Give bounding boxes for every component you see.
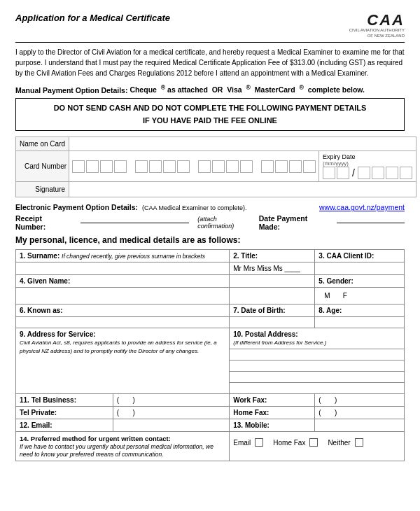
card-digit-10[interactable] xyxy=(212,160,225,173)
expiry-format: (mm/yyyy) xyxy=(323,160,412,167)
caa-client-id-label-cell: 3. CAA Client ID: xyxy=(315,250,405,262)
postal-address-cell: 10. Postal Address: (If different from A… xyxy=(230,328,405,349)
receipt-label: Receipt Number: xyxy=(15,214,72,231)
tel-private-input[interactable]: ( ) xyxy=(113,407,230,419)
main-form-table: 1. Surname: If changed recently, give pr… xyxy=(15,249,405,461)
title-options: Mr Mrs Miss Ms ____ xyxy=(233,265,300,272)
card-digit-9[interactable] xyxy=(198,160,211,173)
page-title: Application for a Medical Certificate xyxy=(15,13,170,23)
manual-payment-options: Cheque ® as attached OR Visa ® MasterCar… xyxy=(130,85,365,94)
card-group-1 xyxy=(72,160,127,173)
preferred-contact-options-cell: Email Home Fax Neither xyxy=(230,432,405,461)
expiry-y2[interactable] xyxy=(372,167,384,179)
known-as-input[interactable] xyxy=(16,317,230,328)
expiry-m1[interactable] xyxy=(323,167,335,179)
electronic-link[interactable]: www.caa.govt.nz/payment xyxy=(319,203,405,211)
card-number-label: Card Number xyxy=(16,151,69,182)
neither-option-label: Neither xyxy=(328,439,350,447)
card-digit-11[interactable] xyxy=(226,160,239,173)
card-digit-8[interactable] xyxy=(177,160,190,173)
gender-m[interactable]: M xyxy=(324,292,330,300)
expiry-y3[interactable] xyxy=(386,167,398,179)
address-row: 9. Address for Service: Civil Aviation A… xyxy=(16,328,405,349)
title-options-cell: Mr Mrs Miss Ms ____ xyxy=(230,262,315,275)
preferred-contact-label-cell: 14. Preferred method for urgent written … xyxy=(16,432,230,461)
known-as-label: 6. Known as: xyxy=(20,307,63,314)
receipt-number-field[interactable] xyxy=(80,214,189,223)
expiry-y1[interactable] xyxy=(358,167,370,179)
expiry-slash: / xyxy=(352,168,355,178)
home-fax-label: Home Fax: xyxy=(233,409,269,416)
postal-line-5[interactable] xyxy=(230,383,405,394)
card-digit-2[interactable] xyxy=(86,160,99,173)
postal-line-4[interactable] xyxy=(230,372,405,383)
postal-line-3[interactable] xyxy=(230,360,405,372)
neither-checkbox[interactable] xyxy=(355,438,363,447)
home-fax-option-box: Home Fax xyxy=(273,438,318,447)
gender-label: 5. Gender: xyxy=(318,277,353,285)
surname-input-row: Mr Mrs Miss Ms ____ xyxy=(16,262,405,275)
logo-box: CAA CIVIL AVIATION AUTHORITYOF NEW ZEALA… xyxy=(349,13,405,39)
address-service-cell: 9. Address for Service: Civil Aviation A… xyxy=(16,328,230,394)
date-payment-field[interactable] xyxy=(337,214,405,223)
postal-address-label: 10. Postal Address: xyxy=(233,330,298,338)
caa-client-id-label: 3. CAA Client ID: xyxy=(318,252,374,260)
email-checkbox[interactable] xyxy=(255,438,263,447)
preferred-contact-label: 14. Preferred method for urgent written … xyxy=(20,435,171,442)
signature-row: Signature xyxy=(16,182,416,197)
notice-box: DO NOT SEND CASH AND DO NOT COMPLETE THE… xyxy=(15,98,405,131)
personal-heading: My personal, licence, and medical detail… xyxy=(15,235,405,245)
notice-line2: IF YOU HAVE PAID THE FEE ONLINE xyxy=(143,116,277,125)
gender-label-cell: 5. Gender: xyxy=(315,275,405,288)
preferred-options: Email Home Fax Neither xyxy=(233,434,400,447)
dob-input[interactable] xyxy=(230,317,315,328)
tel-business-label-cell: 11. Tel Business: xyxy=(16,394,113,407)
card-number-boxes xyxy=(72,160,316,173)
expiry-m2[interactable] xyxy=(337,167,349,179)
manual-payment-label: Manual Payment Option Details: xyxy=(15,85,127,94)
postal-line-2[interactable] xyxy=(230,349,405,360)
payment-form-table: Name on Card Card Number xyxy=(15,136,416,197)
name-on-card-label: Name on Card xyxy=(16,137,69,151)
email-mobile-row: 12. Email: 13. Mobile: xyxy=(16,419,405,432)
known-as-cell: 6. Known as: xyxy=(16,304,230,317)
card-digit-14[interactable] xyxy=(275,160,288,173)
home-fax-option-label: Home Fax xyxy=(273,439,305,447)
home-fax-checkbox[interactable] xyxy=(309,438,318,447)
gender-options-cell: M F xyxy=(315,288,405,304)
electronic-payment-section: Electronic Payment Option Details: (CAA … xyxy=(15,203,405,211)
card-digit-6[interactable] xyxy=(149,160,162,173)
email-input[interactable] xyxy=(113,419,230,432)
expiry-y4[interactable] xyxy=(400,167,412,179)
gender-empty xyxy=(230,275,315,288)
preferred-contact-row: 14. Preferred method for urgent written … xyxy=(16,432,405,461)
card-digit-12[interactable] xyxy=(240,160,253,173)
card-digit-4[interactable] xyxy=(114,160,127,173)
card-digit-13[interactable] xyxy=(261,160,274,173)
surname-input[interactable] xyxy=(16,262,230,275)
card-digit-16[interactable] xyxy=(303,160,316,173)
card-digit-3[interactable] xyxy=(100,160,113,173)
home-fax-input[interactable]: ( ) xyxy=(315,407,405,419)
tel-business-input[interactable]: ( ) xyxy=(113,394,230,407)
email-option-box: Email xyxy=(233,438,263,447)
card-digit-7[interactable] xyxy=(163,160,176,173)
age-input[interactable] xyxy=(315,317,405,328)
signature-label: Signature xyxy=(16,182,69,197)
given-name-input[interactable] xyxy=(16,288,230,304)
card-digit-1[interactable] xyxy=(72,160,85,173)
gender-f[interactable]: F xyxy=(343,292,347,300)
signature-field[interactable] xyxy=(69,182,416,197)
name-on-card-field[interactable] xyxy=(69,137,416,151)
mobile-input[interactable] xyxy=(315,419,405,432)
card-digit-15[interactable] xyxy=(289,160,302,173)
surname-sub: If changed recently, give previous surna… xyxy=(62,253,205,260)
card-number-field[interactable] xyxy=(69,151,319,182)
work-fax-input[interactable]: ( ) xyxy=(315,394,405,407)
known-as-input-row xyxy=(16,317,405,328)
gender-empty-2 xyxy=(230,288,315,304)
card-digit-5[interactable] xyxy=(135,160,148,173)
card-group-4 xyxy=(261,160,316,173)
intro-text: I apply to the Director of Civil Aviatio… xyxy=(15,47,405,78)
caa-client-id-input[interactable] xyxy=(315,262,405,275)
